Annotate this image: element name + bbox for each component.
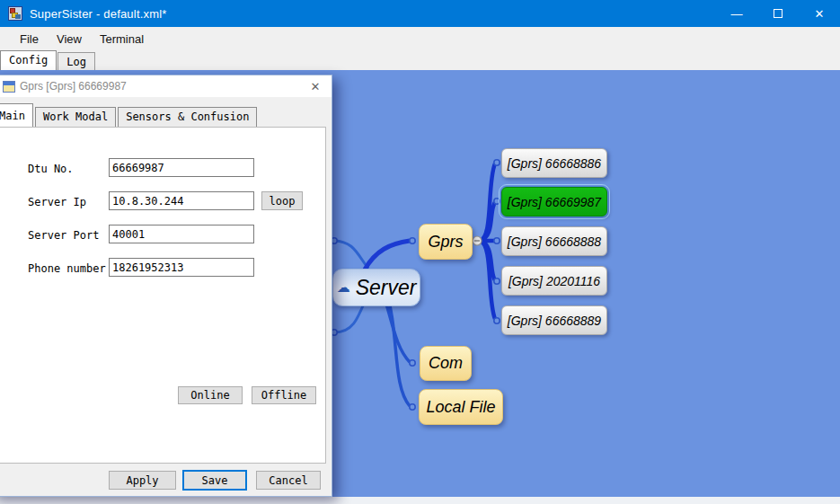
- dtu-no-input[interactable]: [109, 158, 254, 177]
- loop-button[interactable]: loop: [261, 191, 303, 210]
- server-node-label: Server: [356, 276, 417, 300]
- minimize-button[interactable]: —: [716, 0, 757, 27]
- mindmap-node-local-file[interactable]: Local File: [419, 389, 503, 425]
- mindmap-node-com[interactable]: Com: [420, 346, 472, 381]
- menu-file[interactable]: File: [11, 29, 48, 49]
- close-button[interactable]: ✕: [799, 0, 840, 27]
- app-icon: [8, 6, 22, 21]
- server-port-label: Server Port: [28, 229, 99, 242]
- mindmap-node-gprs-66669987-selected[interactable]: [Gprs] 66669987: [501, 187, 607, 217]
- maximize-icon: [774, 9, 783, 18]
- dialog-tab-main[interactable]: Main: [0, 103, 33, 127]
- server-ip-label: Server Ip: [28, 196, 86, 208]
- mindmap-node-gprs-20201116[interactable]: [Gprs] 20201116: [501, 266, 607, 296]
- save-button[interactable]: Save: [182, 470, 247, 491]
- title-bar: SuperSister - default.xml* — ✕: [0, 0, 840, 27]
- local-file-node-label: Local File: [426, 398, 495, 417]
- phone-number-label: Phone number: [28, 262, 106, 275]
- dialog-main-tab-page: [0, 127, 326, 464]
- apply-button[interactable]: Apply: [109, 471, 176, 490]
- dialog-title: Gprs [Gprs] 66669987: [20, 80, 127, 93]
- mindmap-node-gprs[interactable]: Gprs: [419, 224, 473, 260]
- dialog-tab-work-modal[interactable]: Work Modal: [35, 107, 116, 127]
- mindmap-node-gprs-66668886[interactable]: [Gprs] 66668886: [501, 148, 607, 178]
- mindmap-node-gprs-66668889[interactable]: [Gprs] 66668889: [501, 305, 607, 335]
- mindmap-node-gprs-66668888[interactable]: [Gprs] 66668888: [501, 226, 607, 256]
- menu-terminal[interactable]: Terminal: [91, 29, 153, 49]
- minimize-icon: —: [731, 7, 743, 21]
- cancel-button[interactable]: Cancel: [256, 471, 321, 490]
- close-icon: ✕: [311, 80, 321, 93]
- close-icon: ✕: [815, 7, 825, 21]
- dialog-tab-strip: Main Work Modal Sensors & Confusion: [0, 103, 332, 127]
- gprs-config-dialog: Gprs [Gprs] 66669987 ✕ Main Work Modal S…: [0, 75, 332, 497]
- window-title: SuperSister - default.xml*: [30, 7, 167, 21]
- document-tabs: Config Log: [0, 50, 840, 70]
- dialog-close-button[interactable]: ✕: [308, 79, 323, 93]
- child-node-label: [Gprs] 20201116: [508, 274, 600, 288]
- app-window: SuperSister - default.xml* — ✕ File View…: [0, 0, 840, 504]
- phone-number-input[interactable]: [109, 258, 254, 277]
- gprs-collapse-icon: [473, 236, 482, 245]
- menu-bar: File View Terminal: [0, 27, 840, 50]
- dialog-form-icon: [3, 81, 15, 93]
- tab-log[interactable]: Log: [57, 52, 95, 70]
- tab-config[interactable]: Config: [0, 50, 57, 70]
- mindmap-node-server[interactable]: ☁ Server: [332, 269, 420, 306]
- child-node-label: [Gprs] 66668886: [508, 156, 601, 171]
- online-button[interactable]: Online: [178, 386, 243, 404]
- child-node-label: [Gprs] 66669987: [508, 195, 601, 209]
- window-bottom-edge: [0, 497, 840, 504]
- child-node-label: [Gprs] 66668889: [508, 314, 601, 328]
- dialog-tab-sensors-confusion[interactable]: Sensors & Confusion: [118, 107, 257, 127]
- dtu-no-label: Dtu No.: [28, 163, 74, 175]
- child-node-label: [Gprs] 66668888: [508, 234, 601, 249]
- maximize-button[interactable]: [757, 0, 799, 27]
- window-controls: — ✕: [716, 0, 840, 27]
- gprs-node-label: Gprs: [428, 233, 463, 252]
- server-port-input[interactable]: [109, 225, 254, 243]
- cloud-icon: ☁: [337, 280, 350, 294]
- server-ip-input[interactable]: [109, 191, 254, 210]
- offline-button[interactable]: Offline: [252, 386, 316, 404]
- dialog-title-bar[interactable]: Gprs [Gprs] 66669987 ✕: [0, 75, 332, 97]
- menu-view[interactable]: View: [48, 29, 91, 49]
- com-node-label: Com: [429, 354, 463, 373]
